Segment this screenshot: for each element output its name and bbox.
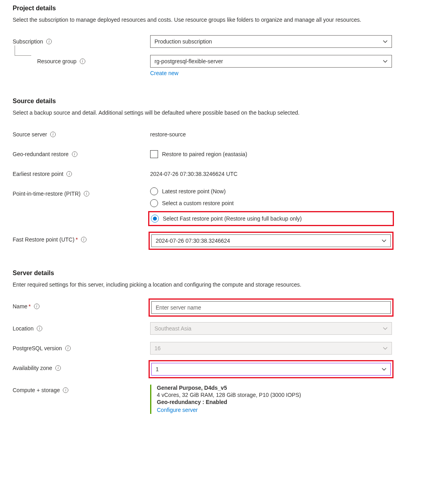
earliest-restore-value: 2024-07-26 07:30:38.3246624 UTC	[150, 171, 237, 177]
fast-restore-dropdown[interactable]: 2024-07-26 07:30:38.3246624	[151, 234, 391, 247]
pitr-option-label: Select a custom restore point	[162, 200, 234, 206]
pitr-radio-group: Latest restore point (Now) Select a cust…	[150, 187, 392, 226]
resource-group-label: Resource group	[37, 58, 77, 64]
chevron-down-icon	[383, 59, 388, 64]
pitr-option-latest[interactable]: Latest restore point (Now)	[150, 187, 392, 195]
compute-storage-label: Compute + storage	[13, 387, 60, 393]
pitr-option-fast[interactable]: Select Fast restore point (Restore using…	[150, 213, 392, 224]
info-icon[interactable]: i	[55, 365, 61, 371]
radio-icon	[151, 215, 159, 223]
pitr-option-custom[interactable]: Select a custom restore point	[150, 199, 392, 207]
subscription-value: Production subscription	[154, 38, 212, 45]
chevron-down-icon	[383, 39, 388, 44]
location-dropdown: Southeast Asia	[150, 322, 392, 335]
source-details-heading: Source details	[13, 98, 422, 105]
subscription-label: Subscription	[13, 38, 43, 45]
availability-zone-dropdown[interactable]: 1	[151, 363, 391, 376]
server-details-heading: Server details	[13, 270, 422, 277]
compute-geo: Geo-redundancy : Enabled	[157, 399, 392, 405]
info-icon[interactable]: i	[65, 345, 71, 351]
compute-summary: General Purpose, D4ds_v5 4 vCores, 32 Gi…	[150, 385, 392, 414]
chevron-down-icon	[382, 367, 386, 372]
info-icon[interactable]: i	[81, 237, 87, 242]
create-new-link[interactable]: Create new	[150, 70, 179, 76]
source-server-label: Source server	[13, 131, 47, 138]
radio-icon	[150, 199, 158, 207]
geo-restore-label: Geo-redundant restore	[13, 151, 69, 157]
chevron-down-icon	[383, 346, 388, 351]
required-asterisk: *	[75, 236, 77, 243]
location-label: Location	[13, 325, 34, 332]
info-icon[interactable]: i	[72, 151, 77, 157]
configure-server-link[interactable]: Configure server	[157, 407, 198, 413]
pitr-label: Point-in-time-restore (PITR)	[13, 191, 81, 197]
source-server-value: restore-source	[150, 131, 186, 138]
availability-zone-label: Availability zone	[13, 365, 52, 371]
tree-connector	[15, 45, 31, 56]
info-icon[interactable]: i	[46, 39, 52, 44]
chevron-down-icon	[382, 238, 386, 243]
resource-group-dropdown[interactable]: rg-postgresql-flexible-server	[150, 55, 392, 68]
geo-restore-checkbox-label: Restore to paired region (eastasia)	[162, 151, 247, 157]
server-details-desc: Enter required settings for this server,…	[13, 281, 422, 289]
info-icon[interactable]: i	[80, 59, 85, 64]
availability-zone-value: 1	[156, 366, 159, 372]
compute-spec: 4 vCores, 32 GiB RAM, 128 GiB storage, P…	[157, 392, 392, 398]
source-details-desc: Select a backup source and detail. Addit…	[13, 109, 422, 117]
pg-version-value: 16	[154, 345, 161, 351]
server-name-label: Name	[13, 303, 27, 310]
required-asterisk: *	[28, 303, 30, 310]
compute-sku: General Purpose, D4ds_v5	[157, 385, 392, 391]
earliest-restore-label: Earliest restore point	[13, 171, 63, 177]
fast-restore-label: Fast Restore point (UTC)	[13, 236, 74, 243]
info-icon[interactable]: i	[37, 326, 42, 331]
resource-group-value: rg-postgresql-flexible-server	[154, 58, 223, 64]
geo-restore-checkbox[interactable]	[150, 150, 158, 158]
info-icon[interactable]: i	[66, 171, 72, 177]
pitr-option-label: Select Fast restore point (Restore using…	[163, 215, 302, 222]
subscription-dropdown[interactable]: Production subscription	[150, 35, 392, 48]
pitr-option-label: Latest restore point (Now)	[162, 188, 226, 194]
info-icon[interactable]: i	[84, 191, 89, 196]
fast-restore-value: 2024-07-26 07:30:38.3246624	[156, 238, 230, 244]
radio-icon	[150, 187, 158, 195]
server-name-input[interactable]	[151, 301, 391, 314]
info-icon[interactable]: i	[63, 387, 68, 393]
pg-version-label: PostgreSQL version	[13, 345, 62, 351]
pg-version-dropdown: 16	[150, 342, 392, 355]
location-value: Southeast Asia	[154, 325, 191, 332]
project-details-desc: Select the subscription to manage deploy…	[13, 16, 422, 24]
project-details-heading: Project details	[13, 5, 422, 12]
info-icon[interactable]: i	[50, 132, 56, 137]
chevron-down-icon	[383, 326, 388, 331]
info-icon[interactable]: i	[34, 304, 40, 309]
